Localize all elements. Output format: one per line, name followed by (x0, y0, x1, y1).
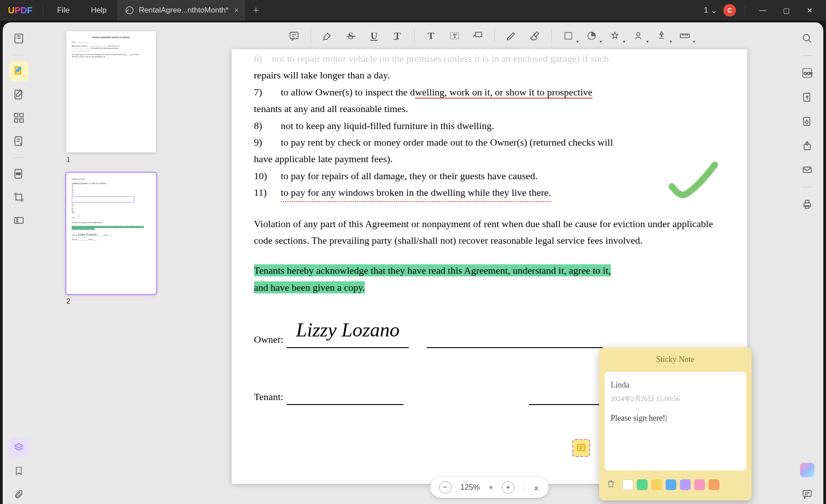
signature-tool-icon[interactable]: ▾ (627, 26, 649, 46)
stamp-tool-icon[interactable]: ▾ (604, 26, 626, 46)
reader-mode-icon[interactable] (9, 29, 29, 48)
squiggly-text: to pay for any windows broken in the dwe… (281, 184, 551, 202)
zoom-out-button[interactable]: − (439, 481, 451, 494)
svg-rect-0 (15, 34, 22, 43)
convert-icon[interactable] (797, 87, 817, 107)
doc-line: tenants at any and all reasonable times. (254, 100, 725, 117)
document-tab[interactable]: RentalAgree...nthtoMonth* × (117, 0, 245, 21)
titlebar-right: 1 ⌄ C — ▢ ✕ (704, 4, 826, 17)
doc-item: 11)to pay for any windows broken in the … (254, 184, 725, 202)
svg-rect-23 (804, 117, 810, 125)
annotation-toolbar: S U T〰 T T ▾ ▾ (187, 22, 791, 49)
comments-panel-icon[interactable] (797, 484, 817, 504)
bookmark-icon[interactable] (9, 461, 29, 481)
edit-pdf-icon[interactable] (9, 85, 29, 104)
attachment-tool-icon[interactable]: ▾ (650, 26, 673, 46)
measure-tool-icon[interactable]: ▾ (674, 26, 696, 46)
divider (745, 5, 745, 15)
ai-assistant-icon[interactable] (797, 460, 817, 480)
underline-tool-icon[interactable]: U (363, 26, 385, 46)
strikethrough-tool-icon[interactable]: S (340, 26, 362, 46)
sticky-footer (599, 470, 752, 495)
zoom-bar: − 125% ▾ + ⌅ (430, 477, 548, 498)
sticky-note-marker[interactable] (572, 439, 590, 457)
color-orange[interactable] (709, 479, 719, 490)
color-pink[interactable] (694, 479, 705, 490)
callout-tool-icon[interactable] (467, 26, 489, 46)
color-yellow[interactable] (651, 479, 662, 490)
view-count-dropdown[interactable]: 1 ⌄ (704, 6, 717, 15)
trash-icon[interactable] (606, 477, 615, 493)
save-as-icon[interactable] (797, 112, 817, 131)
svg-rect-5 (20, 119, 23, 122)
left-rail (3, 22, 35, 504)
tab-title: RentalAgree...nthtoMonth* (139, 6, 229, 15)
crop-icon[interactable] (9, 187, 29, 207)
owner-signature: Lizzy Lozano (296, 319, 399, 341)
item-number: 8) (254, 117, 281, 134)
redact-icon[interactable] (9, 164, 29, 184)
form-field-icon[interactable] (9, 131, 29, 151)
fit-page-icon[interactable]: ⌅ (533, 482, 540, 492)
minimize-button[interactable]: — (754, 6, 771, 14)
color-green[interactable] (637, 479, 648, 490)
share-icon[interactable] (797, 136, 817, 155)
comment-tool-icon[interactable] (9, 61, 29, 81)
page-thumbnail-2[interactable]: Payment of rent... TENANT(S) AGREE TO TH… (66, 173, 156, 294)
sticky-content-input[interactable]: Please sign here! (611, 411, 740, 425)
sticker-tool-icon[interactable]: ▾ (580, 26, 603, 46)
svg-rect-3 (20, 113, 23, 117)
shape-tool-icon[interactable]: ▾ (557, 26, 579, 46)
thumb-number: 2 (66, 297, 156, 306)
user-avatar[interactable]: C (723, 4, 736, 17)
pencil-tool-icon[interactable] (500, 26, 523, 46)
highlight-tool-icon[interactable] (316, 26, 339, 46)
svg-point-16 (636, 33, 640, 36)
menu-file[interactable]: File (46, 6, 80, 15)
print-icon[interactable] (797, 194, 817, 214)
sticky-note-tool-icon[interactable] (283, 26, 305, 46)
attachment-icon[interactable] (9, 484, 29, 504)
organize-pages-icon[interactable] (9, 108, 29, 128)
color-blue[interactable] (666, 479, 676, 490)
new-tab-button[interactable]: + (245, 4, 267, 16)
logo-f: F (27, 5, 32, 15)
thumbnail-panel: RENTAL AGREEMENT (MONTH-TO-MONTH) Date:_… (35, 22, 187, 504)
main-area: RENTAL AGREEMENT (MONTH-TO-MONTH) Date:_… (3, 22, 823, 504)
svg-rect-26 (803, 167, 811, 172)
zoom-in-button[interactable]: + (502, 481, 515, 494)
eraser-tool-icon[interactable] (523, 26, 546, 46)
zoom-dropdown-icon[interactable]: ▾ (489, 483, 493, 492)
item-text: to pay rent by check or money order made… (281, 134, 613, 151)
svg-rect-30 (803, 491, 811, 496)
layers-icon[interactable] (9, 438, 29, 457)
titlebar: UPDF File Help RentalAgree...nthtoMonth*… (0, 0, 826, 21)
text-comment-tool-icon[interactable]: T (420, 26, 442, 46)
tab-close-icon[interactable]: × (234, 6, 239, 15)
separator (13, 157, 24, 158)
textbox-tool-icon[interactable]: T (443, 26, 466, 46)
item-text: to allow Owner(s) to inspect the dwellin… (281, 84, 592, 100)
svg-rect-8 (17, 173, 21, 175)
svg-rect-22 (804, 93, 810, 101)
item-number: 11) (254, 184, 281, 202)
document-page[interactable]: 6) not to repair motor vehicle on the pr… (232, 49, 747, 484)
email-icon[interactable] (797, 160, 817, 180)
checkmark-annotation[interactable] (666, 161, 720, 206)
ocr-icon[interactable]: OCR (797, 63, 817, 83)
doc-item: 9)to pay rent by check or money order ma… (254, 134, 725, 151)
color-white[interactable] (623, 479, 633, 490)
owner-label: Owner: (254, 331, 284, 348)
highlighted-paragraph: Tenants hereby acknowledge that they hav… (254, 262, 725, 296)
sticky-note-popup[interactable]: Sticky Note Linda 2024年2月26日 15:08:56 Pl… (599, 347, 752, 500)
compress-icon[interactable] (9, 211, 29, 230)
squiggly-tool-icon[interactable]: T〰 (386, 26, 409, 46)
color-purple[interactable] (680, 479, 691, 490)
maximize-button[interactable]: ▢ (778, 6, 795, 15)
thumb-preview: Payment of rent... TENANT(S) AGREE TO TH… (66, 173, 156, 294)
search-icon[interactable] (797, 29, 817, 48)
close-window-button[interactable]: ✕ (801, 6, 818, 15)
menu-help[interactable]: Help (80, 6, 117, 15)
page-thumbnail-1[interactable]: RENTAL AGREEMENT (MONTH-TO-MONTH) Date:_… (66, 31, 156, 152)
app-logo: UPDF (0, 5, 40, 16)
